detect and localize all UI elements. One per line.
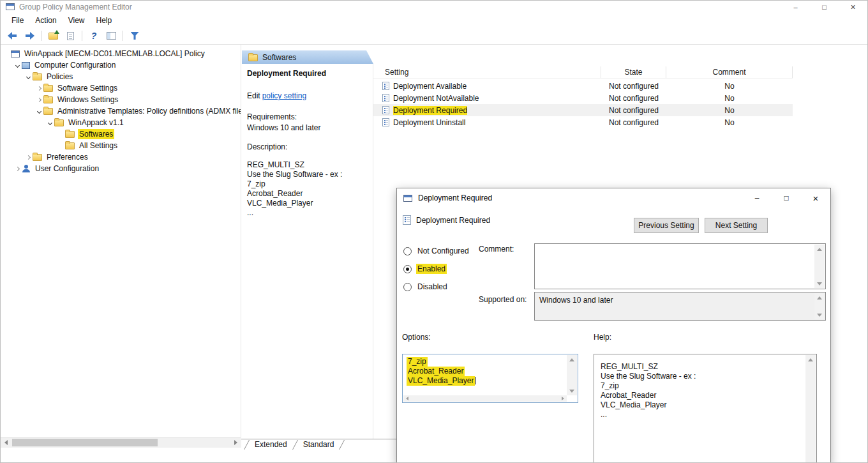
table-row[interactable]: Deployment UninstallNot configuredNo [373, 116, 793, 128]
tree-item-label: Administrative Templates: Policy definit… [56, 106, 241, 116]
radio-not-configured[interactable]: Not Configured [403, 246, 470, 256]
tree-item-winappack-v1-1[interactable]: WinAppack v1.1 [1, 117, 241, 128]
tree-horizontal-scrollbar[interactable] [1, 437, 241, 448]
dialog-controls: – □ × [742, 188, 830, 208]
options-vertical-scrollbar[interactable] [567, 355, 577, 395]
tree-expander-icon[interactable] [34, 105, 43, 117]
radio-button[interactable] [403, 283, 412, 291]
table-row[interactable]: Deployment NotAvailableNot configuredNo [373, 92, 793, 104]
window-controls: – □ × [781, 1, 867, 13]
tree-item-administrative-templates-policy-definiti[interactable]: Administrative Templates: Policy definit… [1, 105, 241, 117]
tree-item-all-settings[interactable]: All Settings [1, 140, 241, 151]
comment-scrollbar[interactable] [814, 245, 825, 288]
dialog-close-button[interactable]: × [801, 188, 830, 208]
options-text[interactable]: 7_zipAcrobat_ReaderVLC_Media_Player [407, 357, 566, 386]
scroll-up-icon[interactable] [805, 355, 816, 364]
help-line: Use the Slug Software - ex : [601, 372, 804, 381]
help-textbox[interactable]: REG_MULTI_SZUse the Slug Software - ex :… [594, 354, 817, 463]
tree-item-windows-settings[interactable]: Windows Settings [1, 94, 241, 105]
supported-on-box: Windows 10 and later [534, 292, 826, 321]
policy-setting-icon [403, 215, 411, 225]
dialog-minimize-button[interactable]: – [742, 188, 772, 208]
tree-expander-icon[interactable] [34, 82, 43, 94]
previous-setting-button[interactable]: Previous Setting [634, 218, 699, 233]
state-radio-group: Not ConfiguredEnabledDisabled [403, 246, 470, 300]
close-button[interactable]: × [839, 1, 867, 13]
setting-comment: No [666, 118, 793, 127]
setting-state: Not configured [601, 82, 666, 91]
user-icon [22, 165, 31, 172]
comment-textarea[interactable] [534, 243, 826, 289]
options-line: 7_zip [407, 357, 566, 367]
settings-column-header: SettingStateComment [373, 66, 793, 79]
scroll-left-icon[interactable] [403, 395, 411, 402]
menu-view[interactable]: View [63, 14, 91, 27]
up-level-icon[interactable] [45, 29, 61, 43]
tree-expander-icon[interactable] [24, 71, 33, 82]
console-window-icon[interactable] [103, 29, 119, 43]
radio-enabled[interactable]: Enabled [403, 264, 470, 274]
options-horizontal-scrollbar[interactable] [403, 395, 567, 402]
table-row[interactable]: Deployment RequiredNot configuredNo [373, 104, 793, 116]
app-icon [6, 3, 15, 10]
minimize-button[interactable]: – [781, 1, 810, 13]
tree-item-software-settings[interactable]: Software Settings [1, 82, 241, 94]
help-line: ... [601, 410, 804, 420]
folder-icon [65, 142, 75, 149]
selected-setting-title: Deployment Required [247, 69, 373, 78]
tree-expander-icon[interactable] [13, 163, 22, 174]
scroll-down-icon[interactable] [567, 386, 577, 395]
filter-icon[interactable] [127, 29, 142, 43]
scroll-thumb[interactable] [12, 439, 158, 446]
table-row[interactable]: Deployment AvailableNot configuredNo [373, 80, 793, 92]
tab-extended[interactable]: Extended [250, 439, 292, 450]
tree-expander-icon[interactable] [45, 117, 54, 128]
export-list-icon[interactable] [63, 29, 78, 43]
setting-state: Not configured [601, 118, 666, 127]
tree-expander-icon[interactable] [34, 94, 43, 105]
scroll-up-icon[interactable] [814, 245, 825, 254]
forward-icon[interactable] [22, 29, 37, 43]
column-header-comment[interactable]: Comment [666, 66, 793, 78]
dialog-setting-name: Deployment Required [416, 216, 490, 225]
tree-item-policies[interactable]: Policies [1, 71, 241, 82]
setting-cell: Deployment Available [373, 82, 601, 91]
radio-button[interactable] [403, 247, 412, 255]
description-line: ... [247, 208, 373, 218]
tree-item-winappack-mecm-dc01-mecmlab-local-policy[interactable]: WinAppack [MECM-DC01.MECMLAB.LOCAL] Poli… [1, 48, 241, 59]
edit-policy-setting-link[interactable]: policy setting [262, 91, 306, 100]
tree-item-user-configuration[interactable]: User Configuration [1, 163, 241, 174]
tree-item-label: All Settings [78, 140, 119, 151]
radio-disabled[interactable]: Disabled [403, 282, 470, 292]
help-scrollbar[interactable] [805, 355, 816, 463]
options-listbox[interactable]: 7_zipAcrobat_ReaderVLC_Media_Player [402, 354, 578, 403]
menu-help[interactable]: Help [91, 14, 118, 27]
tree-item-label: Software Settings [56, 83, 119, 93]
scroll-left-icon[interactable] [1, 437, 11, 448]
tree-expander-icon[interactable] [24, 151, 33, 163]
tab-standard[interactable]: Standard [298, 439, 340, 450]
tree-item-computer-configuration[interactable]: Computer Configuration [1, 59, 241, 71]
tree-item-label: Preferences [45, 152, 89, 162]
console-tree: WinAppack [MECM-DC01.MECMLAB.LOCAL] Poli… [1, 45, 241, 437]
radio-button[interactable] [403, 265, 412, 273]
help-icon[interactable]: ? [86, 29, 101, 43]
maximize-button[interactable]: □ [810, 1, 839, 13]
column-header-state[interactable]: State [601, 66, 666, 78]
tree-expander-icon[interactable] [13, 59, 22, 71]
back-icon[interactable] [4, 29, 20, 43]
scroll-right-icon[interactable] [559, 395, 567, 402]
menu-file[interactable]: File [6, 14, 29, 27]
dialog-maximize-button[interactable]: □ [772, 188, 801, 208]
tree-item-softwares[interactable]: Softwares [1, 128, 241, 140]
scroll-down-icon[interactable] [814, 279, 825, 288]
toolbar-separator [41, 31, 41, 41]
menu-action[interactable]: Action [29, 14, 62, 27]
scroll-up-icon[interactable] [567, 355, 577, 364]
scroll-right-icon[interactable] [230, 437, 241, 448]
tree-item-preferences[interactable]: Preferences [1, 151, 241, 163]
help-label: Help: [594, 333, 611, 342]
column-header-setting[interactable]: Setting [373, 66, 601, 78]
next-setting-button[interactable]: Next Setting [705, 218, 768, 233]
folder-icon [54, 119, 64, 126]
